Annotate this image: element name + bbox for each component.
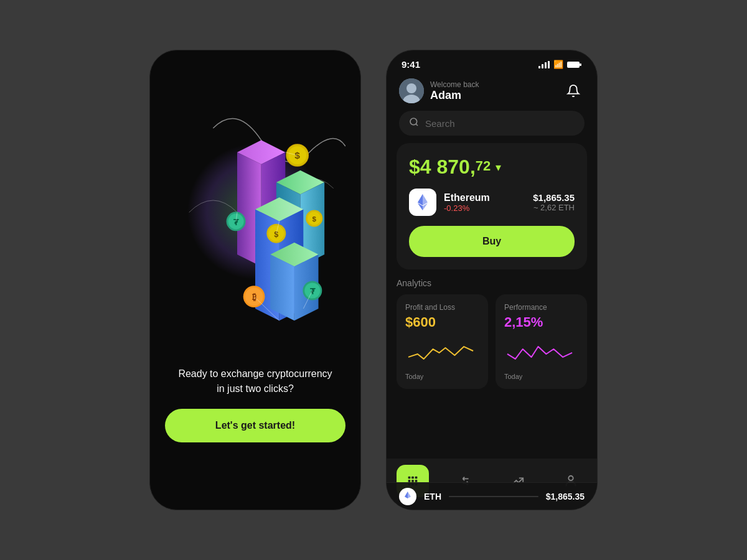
- ticker-symbol: ETH: [424, 492, 441, 502]
- get-started-button[interactable]: Let's get started!: [165, 409, 345, 442]
- svg-point-42: [410, 118, 417, 125]
- coin-row-eth: Ethereum -0.23% $1,865.35 ~ 2,62 ETH: [409, 189, 575, 216]
- portfolio-value: $4 870,72 ▾: [409, 156, 575, 179]
- battery-icon: [567, 61, 582, 68]
- coin-eth-value: ~ 2,62 ETH: [533, 203, 575, 212]
- svg-rect-49: [408, 477, 411, 479]
- coin-info-eth: Ethereum -0.23%: [444, 192, 525, 213]
- analytics-label: Analytics: [397, 278, 587, 288]
- ticker-price: $1,865.35: [546, 492, 585, 502]
- tagline-line1: Ready to exchange cryptocurrency: [178, 366, 332, 381]
- svg-rect-50: [411, 477, 414, 479]
- avatar: [399, 78, 424, 103]
- coin-values: $1,865.35 ~ 2,62 ETH: [533, 192, 575, 212]
- notification-button[interactable]: [562, 80, 585, 102]
- analytics-grid: Profit and Loss $600 Today Performance 2…: [397, 294, 587, 389]
- search-placeholder: Search: [425, 118, 575, 129]
- performance-period: Today: [504, 373, 578, 380]
- profit-loss-value: $600: [405, 314, 479, 330]
- welcome-label: Welcome back: [430, 80, 479, 89]
- profit-loss-chart: [405, 335, 479, 366]
- svg-text:$: $: [312, 215, 317, 223]
- coin-usd-value: $1,865.35: [533, 192, 575, 203]
- coin-name: Ethereum: [444, 192, 525, 203]
- performance-title: Performance: [504, 303, 578, 312]
- buy-button[interactable]: Buy: [409, 226, 575, 257]
- right-phone: 9:41 📶: [386, 50, 598, 510]
- svg-rect-38: [580, 63, 581, 66]
- svg-text:$: $: [294, 150, 300, 161]
- performance-card: Performance 2,15% Today: [496, 294, 587, 389]
- wifi-icon: 📶: [553, 60, 563, 69]
- svg-text:₿: ₿: [252, 292, 256, 302]
- left-phone-content: $ ₮ $ $ ₿ ₮: [165, 75, 345, 487]
- search-icon: [409, 117, 419, 129]
- tagline: Ready to exchange cryptocurrency in just…: [178, 366, 332, 396]
- svg-rect-51: [415, 477, 418, 479]
- performance-value: 2,15%: [504, 314, 578, 330]
- profit-loss-period: Today: [405, 373, 479, 380]
- portfolio-amount: $4 870,72: [409, 156, 491, 179]
- bell-icon: [566, 84, 580, 98]
- svg-text:$: $: [274, 230, 278, 239]
- app-header: Welcome back Adam: [387, 73, 597, 111]
- svg-text:₮: ₮: [310, 287, 316, 296]
- crypto-illustration: $ ₮ $ $ ₿ ₮: [165, 75, 345, 362]
- user-info: Welcome back Adam: [399, 78, 479, 103]
- portfolio-card: $4 870,72 ▾ Ethereum -0.23%: [397, 143, 587, 269]
- coin-change: -0.23%: [444, 203, 525, 213]
- status-time: 9:41: [402, 59, 420, 70]
- status-bar: 9:41 📶: [387, 50, 597, 73]
- search-bar[interactable]: Search: [399, 111, 585, 136]
- ticker-bar: ETH $1,865.35: [387, 482, 597, 510]
- svg-point-40: [406, 83, 416, 93]
- eth-logo: [409, 189, 436, 216]
- welcome-text: Welcome back Adam: [430, 80, 479, 102]
- ticker-separator: [449, 496, 538, 497]
- user-name: Adam: [430, 89, 479, 102]
- portfolio-chevron-icon[interactable]: ▾: [496, 161, 501, 174]
- svg-point-52: [568, 476, 573, 480]
- avatar-image: [399, 78, 424, 103]
- left-phone: $ ₮ $ $ ₿ ₮: [149, 50, 361, 510]
- performance-chart: [504, 335, 578, 366]
- scroll-content: $4 870,72 ▾ Ethereum -0.23%: [387, 143, 597, 459]
- svg-rect-37: [568, 62, 578, 67]
- tagline-line2: in just two clicks?: [178, 381, 332, 396]
- profit-loss-title: Profit and Loss: [405, 303, 479, 312]
- profit-loss-card: Profit and Loss $600 Today: [397, 294, 488, 389]
- ticker-coin-logo: [399, 488, 416, 505]
- isometric-scene: $ ₮ $ $ ₿ ₮: [165, 75, 345, 362]
- signal-icon: [538, 61, 550, 68]
- status-icons: 📶: [538, 60, 582, 69]
